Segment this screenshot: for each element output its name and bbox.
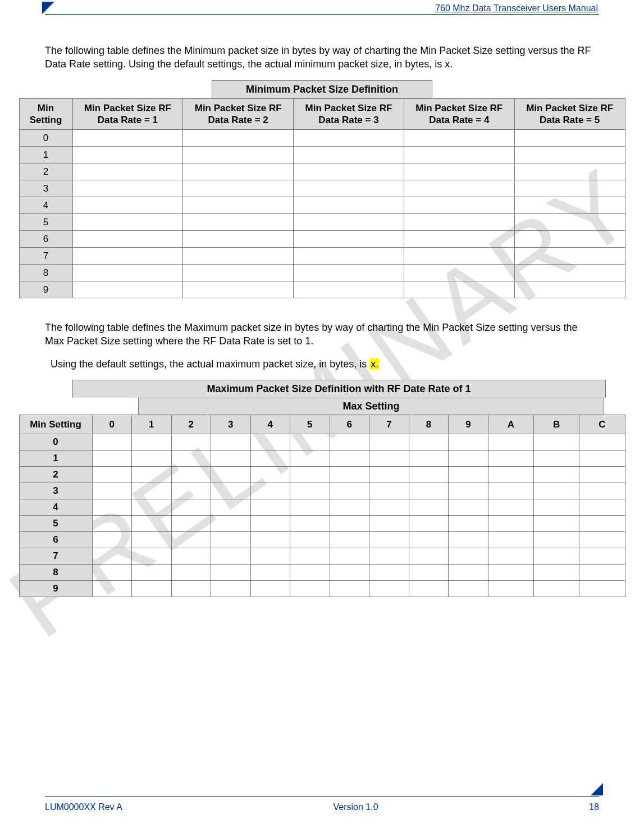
cell	[369, 548, 409, 565]
row-setting: 9	[19, 281, 72, 298]
table-row: 4	[19, 197, 625, 214]
cell	[171, 581, 211, 597]
footer-divider	[45, 796, 599, 797]
table-row: 1	[19, 451, 625, 467]
corner-bottom-right-icon	[591, 783, 603, 795]
row-setting: 3	[19, 483, 92, 499]
cell	[92, 499, 132, 516]
cell	[449, 516, 488, 532]
cell	[294, 130, 404, 147]
cell	[290, 548, 330, 565]
cell	[409, 467, 449, 483]
cell	[449, 467, 488, 483]
footer-left: LUM0000XX Rev A	[45, 802, 122, 812]
cell	[514, 248, 625, 265]
intro-paragraph-1: The following table defines the Minimum …	[45, 44, 599, 71]
table-row: 7	[19, 548, 625, 565]
table2-col-header: 2	[171, 415, 211, 434]
cell	[183, 281, 294, 298]
cell	[330, 581, 369, 597]
cell	[404, 248, 514, 265]
cell	[171, 434, 211, 451]
table-row: 7	[19, 248, 625, 265]
cell	[211, 434, 251, 451]
cell	[369, 451, 409, 467]
row-setting: 0	[19, 130, 72, 147]
cell	[294, 180, 404, 197]
cell	[404, 231, 514, 248]
cell	[404, 265, 514, 281]
cell	[409, 516, 449, 532]
cell	[92, 516, 132, 532]
cell	[211, 467, 251, 483]
highlighted-value: x.	[369, 358, 380, 370]
cell	[72, 180, 183, 197]
table-row: 1	[19, 147, 625, 163]
cell	[514, 197, 625, 214]
cell	[404, 130, 514, 147]
cell	[449, 581, 488, 597]
row-setting: 6	[19, 532, 92, 548]
table2-col-header: 9	[449, 415, 488, 434]
min-packet-size-table: Min Setting Min Packet Size RF Data Rate…	[19, 98, 625, 299]
row-setting: 5	[19, 214, 72, 231]
cell	[488, 516, 533, 532]
cell	[533, 483, 579, 499]
cell	[514, 180, 625, 197]
intro-paragraph-2: The following table defines the Maximum …	[45, 321, 599, 348]
cell	[250, 532, 290, 548]
cell	[488, 483, 533, 499]
cell	[250, 483, 290, 499]
table-row: 0	[19, 434, 625, 451]
table1-col-header: Min Packet Size RF Data Rate = 2	[183, 98, 294, 130]
cell	[330, 451, 369, 467]
header-divider	[45, 14, 599, 15]
cell	[409, 548, 449, 565]
cell	[171, 483, 211, 499]
cell	[409, 451, 449, 467]
cell	[514, 281, 625, 298]
footer-center: Version 1.0	[334, 802, 378, 812]
cell	[72, 265, 183, 281]
table-row: 8	[19, 565, 625, 581]
cell	[132, 434, 172, 451]
cell	[488, 451, 533, 467]
row-setting: 6	[19, 231, 72, 248]
cell	[533, 499, 579, 516]
row-setting: 9	[19, 581, 92, 597]
cell	[369, 516, 409, 532]
cell	[290, 581, 330, 597]
cell	[533, 532, 579, 548]
table2-col-header: A	[488, 415, 533, 434]
cell	[92, 451, 132, 467]
cell	[533, 565, 579, 581]
cell	[72, 214, 183, 231]
cell	[211, 451, 251, 467]
cell	[183, 180, 294, 197]
cell	[449, 483, 488, 499]
cell	[211, 565, 251, 581]
row-setting: 0	[19, 434, 92, 451]
cell	[171, 532, 211, 548]
cell	[533, 434, 579, 451]
cell	[183, 130, 294, 147]
cell	[514, 214, 625, 231]
cell	[132, 532, 172, 548]
cell	[404, 281, 514, 298]
table-row: 6	[19, 532, 625, 548]
footer-right: 18	[589, 802, 599, 812]
cell	[369, 483, 409, 499]
cell	[449, 565, 488, 581]
cell	[579, 467, 625, 483]
cell	[171, 516, 211, 532]
cell	[488, 581, 533, 597]
cell	[72, 248, 183, 265]
cell	[92, 434, 132, 451]
row-setting: 5	[19, 516, 92, 532]
cell	[72, 231, 183, 248]
cell	[404, 214, 514, 231]
table-row: 4	[19, 499, 625, 516]
cell	[294, 214, 404, 231]
cell	[250, 548, 290, 565]
cell	[92, 532, 132, 548]
